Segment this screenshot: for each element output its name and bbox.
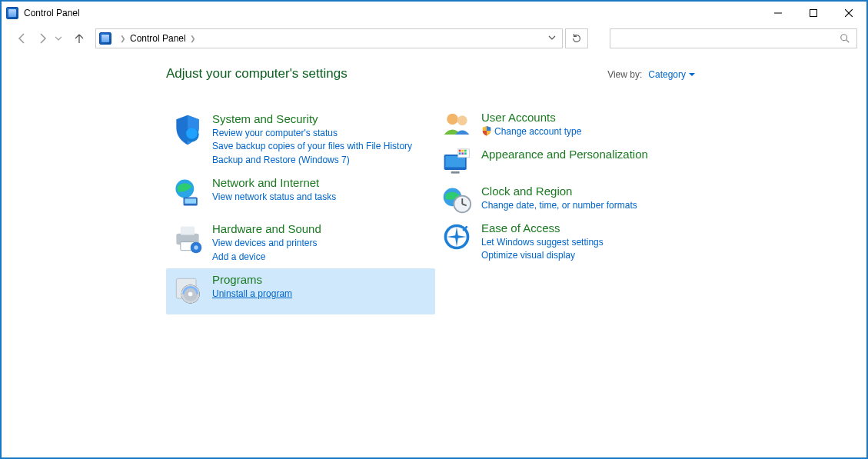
category-link[interactable]: Change account type: [481, 125, 581, 138]
category-clock-region: Clock and Region Change date, time, or n…: [435, 181, 697, 218]
nav-recent-button[interactable]: [54, 30, 63, 47]
category-link[interactable]: Optimize visual display: [481, 249, 604, 262]
search-box[interactable]: [610, 28, 857, 48]
maximize-button[interactable]: [796, 2, 831, 25]
svg-rect-29: [459, 152, 461, 155]
users-icon: [438, 111, 475, 141]
clock-globe-icon: [438, 185, 475, 215]
category-ease-of-access: Ease of Access Let Windows suggest setti…: [435, 218, 697, 266]
shield-icon: [169, 112, 206, 149]
category-network-internet: Network and Internet View network status…: [166, 171, 435, 218]
window-title: Control Panel: [24, 8, 80, 18]
category-link[interactable]: Change date, time, or number formats: [481, 199, 637, 212]
svg-rect-26: [459, 150, 461, 152]
window-frame: Control Panel ❯: [0, 0, 868, 459]
category-title[interactable]: User Accounts: [481, 111, 581, 124]
view-by-value[interactable]: Category: [648, 69, 695, 80]
category-link[interactable]: Review your computer's status: [212, 127, 412, 140]
breadcrumb-separator[interactable]: ❯: [190, 35, 196, 42]
category-hardware-sound: Hardware and Sound View devices and prin…: [166, 218, 435, 268]
refresh-button[interactable]: [565, 28, 588, 48]
nav-up-button[interactable]: [71, 30, 88, 47]
svg-point-4: [841, 35, 847, 41]
category-title[interactable]: Hardware and Sound: [212, 222, 321, 235]
printer-icon: [169, 222, 206, 259]
navbar: ❯ Control Panel ❯: [2, 25, 866, 52]
category-link[interactable]: Backup and Restore (Windows 7): [212, 154, 412, 167]
address-icon: [99, 32, 111, 45]
ease-access-icon: [438, 221, 475, 252]
titlebar: Control Panel: [2, 2, 866, 25]
monitor-color-icon: [438, 148, 475, 178]
svg-rect-24: [451, 171, 460, 174]
content-area: Adjust your computer's settings View by:…: [2, 52, 866, 457]
category-title[interactable]: Appearance and Personalization: [481, 148, 648, 161]
link-uninstall-program[interactable]: Uninstall a program: [212, 288, 292, 301]
breadcrumb-separator: ❯: [120, 35, 126, 42]
control-panel-icon: [6, 7, 18, 19]
category-appearance-personalization: Appearance and Personalization: [435, 145, 697, 181]
page-heading: Adjust your computer's settings: [166, 66, 348, 81]
category-user-accounts: User Accounts Change account type: [435, 108, 697, 145]
svg-point-21: [457, 115, 467, 125]
category-link[interactable]: Save backup copies of your files with Fi…: [212, 140, 412, 153]
category-title[interactable]: Network and Internet: [212, 176, 336, 189]
categories-col-right: User Accounts Change account type: [435, 108, 697, 314]
address-bar[interactable]: ❯ Control Panel ❯: [95, 28, 563, 48]
category-programs: Programs Uninstall a program: [166, 268, 435, 314]
close-button[interactable]: [831, 2, 866, 25]
chevron-down-icon: [689, 72, 695, 78]
minimize-button[interactable]: [760, 2, 796, 25]
svg-rect-30: [461, 152, 464, 155]
category-title[interactable]: Clock and Region: [481, 185, 637, 198]
svg-point-14: [194, 245, 198, 250]
view-by-label: View by:: [607, 69, 642, 80]
window-controls: [760, 2, 866, 25]
svg-rect-11: [181, 227, 195, 235]
svg-point-20: [447, 114, 458, 125]
category-link[interactable]: Add a device: [212, 251, 321, 264]
view-by-control[interactable]: View by: Category: [607, 69, 695, 80]
categories-col-left: System and Security Review your computer…: [166, 108, 435, 314]
address-dropdown[interactable]: [545, 33, 559, 44]
svg-point-33: [454, 196, 471, 213]
categories-grid: System and Security Review your computer…: [166, 108, 850, 314]
category-title[interactable]: Programs: [212, 273, 292, 286]
uac-shield-icon: [481, 125, 492, 136]
nav-back-button[interactable]: [14, 30, 31, 47]
category-link[interactable]: View network status and tasks: [212, 191, 336, 204]
svg-rect-31: [464, 152, 467, 155]
svg-point-19: [188, 292, 193, 297]
svg-rect-9: [185, 199, 196, 204]
category-title[interactable]: Ease of Access: [481, 221, 604, 234]
breadcrumb-root[interactable]: Control Panel: [130, 33, 186, 44]
heading-row: Adjust your computer's settings View by:…: [166, 66, 695, 81]
nav-forward-button[interactable]: [34, 30, 51, 47]
search-icon: [840, 33, 850, 44]
category-link[interactable]: View devices and printers: [212, 237, 321, 250]
category-system-security: System and Security Review your computer…: [166, 108, 435, 171]
globe-icon: [169, 176, 206, 213]
category-link[interactable]: Let Windows suggest settings: [481, 236, 604, 249]
svg-rect-27: [461, 150, 464, 152]
disc-box-icon: [169, 273, 206, 310]
svg-rect-1: [810, 10, 817, 17]
svg-line-5: [846, 40, 850, 43]
category-title[interactable]: System and Security: [212, 112, 412, 125]
svg-rect-28: [464, 150, 467, 152]
titlebar-left: Control Panel: [6, 7, 80, 19]
